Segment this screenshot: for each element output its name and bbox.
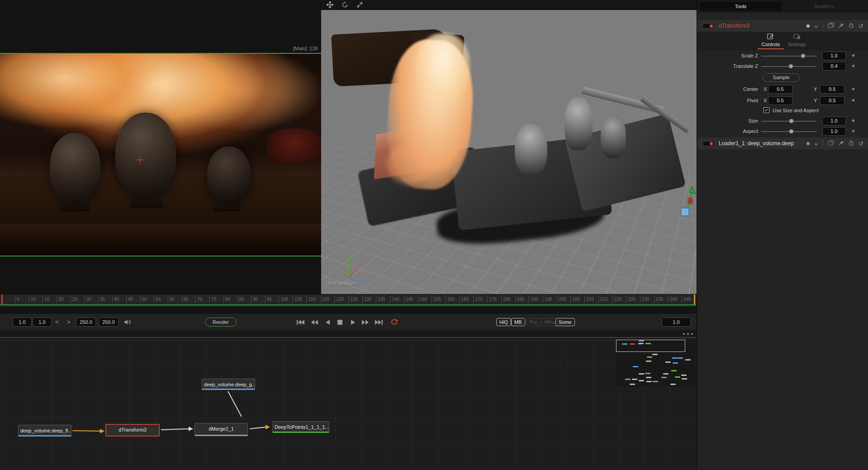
minimap-node [639, 373, 644, 375]
view-mode-label[interactable]: Perspective [327, 280, 356, 287]
node-header-dtransform3[interactable]: dTransform3 ↺ [697, 20, 868, 32]
tab-tools[interactable]: Tools [700, 2, 782, 11]
hiq-button[interactable]: HiQ [496, 318, 511, 326]
version-dot-icon[interactable] [806, 142, 810, 145]
node-deep-volume-flame[interactable]: deep_volume.deep_fl... [18, 425, 71, 437]
keyframe-diamond-icon[interactable] [852, 53, 855, 57]
orbit-icon[interactable] [342, 1, 348, 8]
minimap-node [663, 373, 669, 375]
scale-z-value[interactable]: 1.0 [822, 52, 846, 60]
keyframe-diamond-icon[interactable] [852, 98, 855, 102]
node-header-loader1-1[interactable]: Loader1_1: deep_volume.deep ↺ [697, 138, 868, 149]
prx-button[interactable]: Prx [526, 318, 541, 326]
keyframe-diamond-icon[interactable] [852, 128, 855, 133]
control-row-size: Size 1.0 [697, 117, 868, 126]
sample-button[interactable]: Sample [763, 73, 800, 82]
lock-icon[interactable] [849, 22, 854, 30]
ruler-tick: 240 [668, 296, 668, 303]
chevron-down-icon[interactable] [814, 139, 818, 147]
aspect-slider[interactable] [761, 131, 816, 132]
render-end-field[interactable]: 250.0 [76, 318, 96, 327]
aspect-value[interactable]: 1.0 [822, 127, 846, 136]
playhead[interactable] [1, 294, 3, 305]
prev-key-button[interactable]: < [55, 318, 59, 327]
node-dmerge2-1[interactable]: dMerge2_1 [194, 423, 248, 436]
mb-button[interactable]: MB [511, 318, 525, 326]
center-label: Center [697, 86, 758, 92]
size-slider[interactable] [761, 121, 816, 122]
node-label: DeepToPoints1_1_1_1... [275, 424, 329, 430]
chevron-down-icon[interactable] [814, 22, 818, 30]
scale-z-slider[interactable] [761, 56, 816, 57]
viewer-2d-image[interactable] [0, 53, 321, 256]
rewind-button[interactable] [311, 318, 318, 326]
timeline-ruler[interactable]: 5101520253035404550556065707580859095100… [0, 294, 697, 307]
audio-icon[interactable] [124, 318, 132, 326]
3d-viewer-toolbar [321, 0, 697, 10]
global-start-field[interactable]: 1.0 [13, 318, 32, 327]
global-end-field[interactable]: 250.0 [99, 318, 119, 327]
pin-icon[interactable] [839, 139, 844, 147]
node-enable-toggle[interactable] [702, 141, 714, 146]
pan-icon[interactable] [327, 1, 333, 8]
center-x-value[interactable]: 0.5 [768, 85, 792, 94]
subtab-settings[interactable]: Settings [781, 33, 813, 47]
ruler-tick: 55 [154, 296, 154, 303]
versions-icon[interactable] [828, 139, 834, 147]
lock-icon[interactable] [849, 139, 854, 147]
pivot-y-value[interactable]: 0.5 [820, 96, 844, 105]
render-start-field[interactable]: 1.0 [33, 318, 52, 327]
reset-icon[interactable]: ↺ [859, 23, 863, 29]
center-y-value[interactable]: 0.5 [820, 85, 844, 94]
tab-modifiers[interactable]: Modifiers [783, 2, 865, 11]
ruler-tick: 115 [321, 296, 321, 303]
minimap-viewport-rect[interactable] [616, 340, 685, 352]
keyframe-diamond-icon[interactable] [852, 118, 855, 123]
zoom-scale-icon[interactable] [356, 1, 363, 8]
play-reverse-button[interactable] [325, 318, 330, 326]
fast-forward-button[interactable] [361, 318, 369, 326]
pin-icon[interactable] [839, 22, 844, 30]
size-label: Size [697, 118, 758, 123]
minimap-node [681, 375, 687, 376]
node-enable-toggle[interactable] [702, 24, 714, 28]
minimap-node [630, 343, 635, 345]
node-dtransform3[interactable]: dTransform3 [105, 424, 160, 437]
render-button[interactable]: Render [205, 318, 237, 327]
range-end-marker[interactable] [694, 294, 695, 305]
scale-display-field[interactable]: 1.0 [662, 318, 691, 327]
versions-icon[interactable] [828, 22, 834, 30]
lion-statue [50, 133, 100, 201]
some-button[interactable]: Some [555, 318, 575, 326]
size-value[interactable]: 1.0 [822, 117, 846, 125]
goto-end-button[interactable] [375, 318, 383, 326]
version-dot-icon[interactable] [806, 24, 810, 28]
ruler-tick: 15 [43, 296, 43, 303]
node-label: dMerge2_1 [209, 426, 234, 432]
stop-button[interactable] [337, 318, 343, 326]
use-size-aspect-checkbox[interactable] [764, 107, 769, 113]
viewer-2d[interactable]: [Main]: 128 [0, 0, 321, 295]
transform-3d-gizmo[interactable] [678, 185, 697, 223]
reset-icon[interactable]: ↺ [859, 141, 863, 147]
goto-start-button[interactable] [296, 318, 305, 326]
options-dots-icon[interactable] [683, 333, 693, 335]
3d-viewport[interactable]: X Z Perspective [321, 10, 697, 295]
next-key-button[interactable]: > [67, 318, 71, 327]
ruler-tick: 5 [15, 296, 15, 303]
translate-z-value[interactable]: 0.4 [822, 62, 846, 71]
ruler-tick: 195 [543, 296, 543, 303]
transform-center-handle[interactable] [137, 157, 144, 163]
translate-z-slider[interactable] [761, 66, 816, 67]
node-deep-volume-geo[interactable]: deep_volume.deep_g... [202, 379, 255, 390]
node-minimap[interactable] [616, 340, 696, 387]
keyframe-diamond-icon[interactable] [852, 86, 855, 91]
viewer-3d[interactable]: X Z Perspective [321, 0, 697, 295]
node-deeptopoints[interactable]: DeepToPoints1_1_1_1... [272, 421, 329, 433]
keyframe-diamond-icon[interactable] [852, 63, 855, 68]
pivot-x-value[interactable]: 0.5 [768, 96, 792, 105]
ruler-tick: 125 [348, 296, 349, 303]
node-canvas[interactable]: deep_volume.deep_fl... dTransform3 dMerg… [0, 339, 697, 470]
play-button[interactable] [351, 318, 356, 326]
loop-button[interactable] [390, 318, 399, 326]
